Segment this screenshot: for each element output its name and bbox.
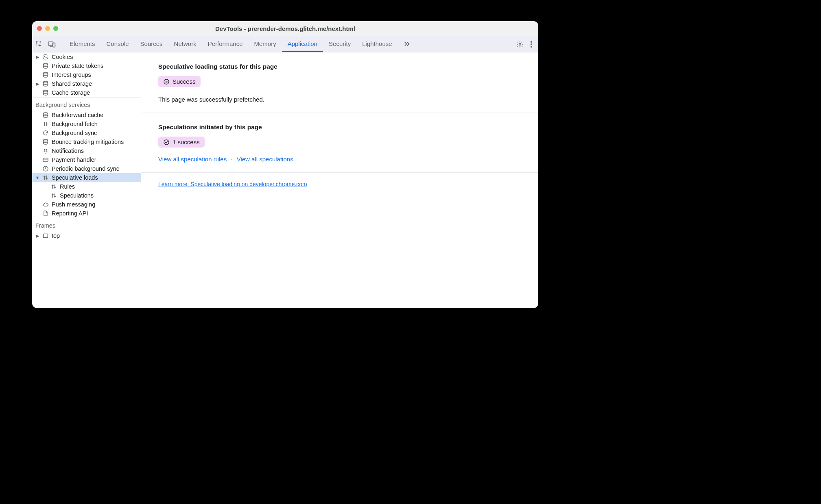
sidebar-item-interest-groups[interactable]: Interest groups <box>32 70 141 79</box>
speculation-links: View all speculation rules · View all sp… <box>158 156 521 163</box>
sidebar-item-background-sync[interactable]: Background sync <box>32 128 141 137</box>
tab-overflow[interactable] <box>398 36 417 52</box>
sidebar-item-private-state-tokens[interactable]: Private state tokens <box>32 61 141 70</box>
sidebar-item-rules[interactable]: Rules <box>32 182 141 191</box>
database-icon <box>42 63 49 69</box>
tab-network[interactable]: Network <box>168 36 202 52</box>
frame-icon <box>42 232 49 239</box>
tab-console[interactable]: Console <box>101 36 135 52</box>
sidebar-item-bounce-tracking[interactable]: Bounce tracking mitigations <box>32 137 141 146</box>
sidebar-section-background-services: Background services <box>32 97 141 111</box>
sidebar-item-notifications[interactable]: Notifications <box>32 146 141 155</box>
body: ▶ Cookies Private state tokens Interest … <box>32 52 538 308</box>
database-icon <box>42 80 49 87</box>
sidebar-item-shared-storage[interactable]: ▶ Shared storage <box>32 79 141 88</box>
device-toggle-icon[interactable] <box>48 41 56 48</box>
sync-icon <box>42 130 49 136</box>
view-speculations-link[interactable]: View all speculations <box>237 156 293 163</box>
tab-memory[interactable]: Memory <box>249 36 282 52</box>
settings-icon[interactable] <box>516 41 524 48</box>
sidebar-item-background-fetch[interactable]: Background fetch <box>32 119 141 128</box>
sidebar-item-label: Speculative loads <box>52 174 98 181</box>
sidebar-item-label: Background sync <box>52 130 97 136</box>
svg-point-6 <box>531 46 532 48</box>
toolbar-right <box>516 41 535 48</box>
sidebar-item-label: Speculations <box>60 192 94 199</box>
svg-point-15 <box>44 139 48 141</box>
sidebar-item-cache-storage[interactable]: Cache storage <box>32 88 141 97</box>
sidebar-item-payment-handler[interactable]: Payment handler <box>32 155 141 164</box>
chevron-right-icon: ▶ <box>35 233 39 239</box>
sidebar-item-cookies[interactable]: ▶ Cookies <box>32 52 141 61</box>
up-down-arrows-icon <box>42 121 49 127</box>
cookie-icon <box>42 54 49 60</box>
sidebar-item-label: Bounce tracking mitigations <box>52 139 124 145</box>
tab-sources[interactable]: Sources <box>135 36 168 52</box>
sidebar-item-speculative-loads[interactable]: ▼ Speculative loads <box>32 173 141 182</box>
bell-icon <box>42 148 49 154</box>
speculations-badge-text: 1 success <box>172 139 200 146</box>
chevron-right-icon: ▶ <box>35 54 39 60</box>
sidebar-item-speculations[interactable]: Speculations <box>32 191 141 200</box>
sidebar-item-label: Cache storage <box>52 89 90 96</box>
sidebar-item-bfcache[interactable]: Back/forward cache <box>32 111 141 119</box>
sidebar-item-label: Notifications <box>52 148 84 154</box>
status-description: This page was successfully prefetched. <box>158 96 521 103</box>
svg-point-20 <box>164 140 169 145</box>
clock-icon <box>42 165 49 172</box>
sidebar: ▶ Cookies Private state tokens Interest … <box>32 52 141 308</box>
tab-security[interactable]: Security <box>323 36 356 52</box>
speculations-badge: 1 success <box>158 137 205 148</box>
sidebar-item-label: Background fetch <box>52 121 98 127</box>
status-badge: Success <box>158 76 201 87</box>
sidebar-item-periodic-sync[interactable]: Periodic background sync <box>32 164 141 173</box>
svg-point-14 <box>44 113 48 114</box>
sidebar-item-label: Periodic background sync <box>52 165 119 172</box>
sidebar-item-label: Private state tokens <box>52 63 103 69</box>
sidebar-item-label: Push messaging <box>52 201 95 208</box>
speculations-heading: Speculations initiated by this page <box>158 124 521 131</box>
tab-performance[interactable]: Performance <box>202 36 249 52</box>
check-circle-icon <box>163 139 170 146</box>
tab-elements[interactable]: Elements <box>64 36 101 52</box>
sidebar-item-reporting-api[interactable]: Reporting API <box>32 209 141 218</box>
status-section: Speculative loading status for this page… <box>141 52 538 113</box>
sidebar-item-label: Interest groups <box>52 72 91 78</box>
tab-strip: Elements Console Sources Network Perform… <box>64 36 417 52</box>
up-down-arrows-icon <box>50 183 57 190</box>
svg-point-9 <box>46 57 46 58</box>
tab-application[interactable]: Application <box>282 36 323 52</box>
svg-rect-18 <box>44 234 48 237</box>
database-icon <box>42 112 49 118</box>
titlebar: DevTools - prerender-demos.glitch.me/nex… <box>32 21 538 36</box>
svg-point-8 <box>44 56 45 56</box>
sidebar-item-frame-top[interactable]: ▶ top <box>32 231 141 240</box>
sidebar-item-label: Back/forward cache <box>52 112 103 118</box>
learn-more-section: Learn more: Speculative loading on devel… <box>141 172 538 196</box>
svg-point-10 <box>44 63 48 65</box>
learn-more-link[interactable]: Learn more: Speculative loading on devel… <box>158 181 307 187</box>
main-panel: Speculative loading status for this page… <box>141 52 538 308</box>
file-icon <box>42 210 49 217</box>
more-menu-icon[interactable] <box>530 41 533 48</box>
up-down-arrows-icon <box>42 174 49 181</box>
svg-rect-16 <box>43 158 48 161</box>
svg-point-3 <box>519 43 521 45</box>
database-icon <box>42 72 49 78</box>
sidebar-item-label: Shared storage <box>52 80 92 87</box>
sidebar-item-push-messaging[interactable]: Push messaging <box>32 200 141 209</box>
view-rules-link[interactable]: View all speculation rules <box>158 156 227 163</box>
tab-lighthouse[interactable]: Lighthouse <box>356 36 397 52</box>
credit-card-icon <box>42 156 49 163</box>
window-title: DevTools - prerender-demos.glitch.me/nex… <box>32 25 538 32</box>
cloud-icon <box>42 201 49 208</box>
sidebar-section-frames: Frames <box>32 218 141 231</box>
database-icon <box>42 89 49 96</box>
sidebar-item-label: top <box>52 232 60 239</box>
svg-point-4 <box>531 41 532 43</box>
inspect-element-icon[interactable] <box>35 41 43 48</box>
separator-dot: · <box>231 156 232 163</box>
sidebar-item-label: Rules <box>60 183 75 190</box>
svg-point-11 <box>44 72 48 74</box>
svg-point-19 <box>164 79 169 84</box>
